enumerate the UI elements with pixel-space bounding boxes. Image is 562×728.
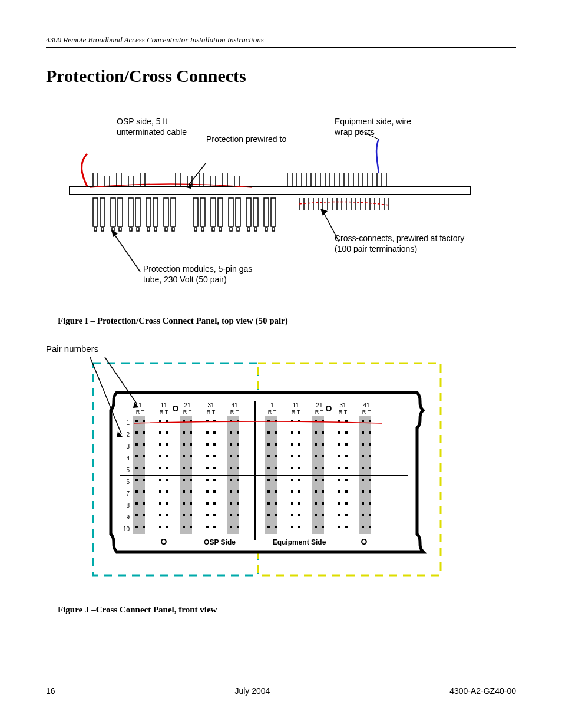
svg-text:11: 11 bbox=[292, 402, 299, 409]
svg-rect-102 bbox=[212, 228, 214, 231]
svg-rect-175 bbox=[143, 431, 145, 434]
svg-text:O: O bbox=[173, 404, 179, 413]
svg-rect-178 bbox=[183, 431, 185, 434]
svg-rect-94 bbox=[130, 228, 132, 231]
svg-rect-105 bbox=[237, 228, 239, 231]
svg-rect-224 bbox=[267, 455, 270, 457]
svg-rect-308 bbox=[315, 502, 317, 505]
svg-rect-239 bbox=[190, 467, 192, 469]
svg-rect-182 bbox=[230, 431, 232, 434]
svg-rect-303 bbox=[237, 502, 239, 505]
svg-rect-292 bbox=[362, 490, 364, 493]
svg-rect-233 bbox=[369, 455, 371, 457]
svg-rect-185 bbox=[275, 431, 277, 434]
svg-rect-189 bbox=[322, 431, 324, 434]
svg-rect-83 bbox=[218, 198, 223, 226]
svg-rect-235 bbox=[143, 467, 145, 469]
svg-rect-311 bbox=[345, 502, 348, 505]
svg-rect-242 bbox=[230, 467, 232, 469]
svg-rect-279 bbox=[190, 490, 192, 493]
svg-rect-269 bbox=[322, 479, 324, 481]
svg-rect-277 bbox=[166, 490, 168, 493]
svg-rect-248 bbox=[315, 467, 317, 469]
svg-rect-258 bbox=[183, 479, 185, 481]
svg-rect-309 bbox=[322, 502, 324, 505]
svg-rect-284 bbox=[267, 490, 270, 493]
svg-rect-106 bbox=[247, 228, 250, 231]
svg-rect-240 bbox=[206, 467, 209, 469]
svg-rect-172 bbox=[362, 420, 364, 422]
svg-rect-273 bbox=[369, 479, 371, 481]
svg-rect-71 bbox=[100, 198, 105, 226]
label-prot-prewired: Protection prewired to bbox=[206, 134, 324, 145]
running-header: 4300 Remote Broadband Access Concentrato… bbox=[46, 35, 516, 48]
svg-rect-263 bbox=[237, 479, 239, 481]
svg-rect-99 bbox=[172, 228, 174, 231]
svg-rect-86 bbox=[246, 198, 251, 226]
svg-rect-314 bbox=[135, 514, 138, 516]
svg-rect-208 bbox=[315, 443, 317, 446]
svg-rect-223 bbox=[237, 455, 239, 457]
svg-rect-200 bbox=[206, 443, 209, 446]
svg-rect-198 bbox=[183, 443, 185, 446]
svg-rect-252 bbox=[362, 467, 364, 469]
svg-rect-171 bbox=[345, 420, 348, 422]
svg-rect-221 bbox=[213, 455, 216, 457]
svg-rect-267 bbox=[298, 479, 300, 481]
svg-rect-268 bbox=[315, 479, 317, 481]
svg-rect-342 bbox=[230, 526, 232, 528]
svg-rect-204 bbox=[267, 443, 270, 446]
svg-rect-79 bbox=[171, 198, 176, 226]
svg-rect-340 bbox=[206, 526, 209, 528]
svg-rect-98 bbox=[165, 228, 167, 231]
svg-rect-215 bbox=[143, 455, 145, 457]
svg-rect-183 bbox=[237, 431, 239, 434]
svg-text:R  T: R T bbox=[315, 409, 324, 415]
svg-rect-180 bbox=[206, 431, 209, 434]
svg-rect-317 bbox=[166, 514, 168, 516]
footer-docnum: 4300-A2-GZ40-00 bbox=[449, 686, 516, 696]
svg-text:2: 2 bbox=[126, 431, 130, 438]
svg-rect-260 bbox=[206, 479, 209, 481]
svg-rect-291 bbox=[345, 490, 348, 493]
svg-rect-265 bbox=[275, 479, 277, 481]
svg-text:R  T: R T bbox=[362, 409, 371, 415]
svg-rect-256 bbox=[159, 479, 161, 481]
svg-rect-108 bbox=[265, 228, 267, 231]
svg-text:21: 21 bbox=[316, 402, 323, 409]
svg-rect-328 bbox=[315, 514, 317, 516]
svg-rect-329 bbox=[322, 514, 324, 516]
page-footer: 16 July 2004 4300-A2-GZ40-00 bbox=[46, 686, 516, 696]
svg-rect-271 bbox=[345, 479, 348, 481]
figure-i-diagram: OSP side, 5 ft unterminated cable Protec… bbox=[52, 110, 511, 304]
svg-text:11: 11 bbox=[160, 402, 167, 409]
svg-rect-283 bbox=[237, 490, 239, 493]
svg-rect-250 bbox=[338, 467, 340, 469]
svg-rect-298 bbox=[183, 502, 185, 505]
svg-rect-346 bbox=[291, 526, 293, 528]
svg-rect-156 bbox=[159, 420, 161, 422]
svg-rect-218 bbox=[183, 455, 185, 457]
svg-rect-251 bbox=[345, 467, 348, 469]
svg-rect-70 bbox=[93, 198, 98, 226]
svg-rect-76 bbox=[146, 198, 151, 226]
svg-rect-194 bbox=[135, 443, 138, 446]
svg-rect-326 bbox=[291, 514, 293, 516]
svg-rect-237 bbox=[166, 467, 168, 469]
svg-rect-254 bbox=[135, 479, 138, 481]
svg-rect-322 bbox=[230, 514, 232, 516]
svg-rect-103 bbox=[219, 228, 222, 231]
svg-rect-301 bbox=[213, 502, 216, 505]
svg-text:9: 9 bbox=[126, 514, 130, 521]
svg-rect-203 bbox=[237, 443, 239, 446]
svg-rect-231 bbox=[345, 455, 348, 457]
svg-rect-323 bbox=[237, 514, 239, 516]
svg-text:21: 21 bbox=[184, 402, 191, 409]
svg-rect-184 bbox=[267, 431, 270, 434]
svg-text:4: 4 bbox=[126, 455, 130, 462]
svg-text:41: 41 bbox=[231, 402, 238, 409]
svg-rect-72 bbox=[111, 198, 115, 226]
svg-text:31: 31 bbox=[339, 402, 346, 409]
svg-text:1: 1 bbox=[126, 420, 130, 426]
svg-rect-209 bbox=[322, 443, 324, 446]
